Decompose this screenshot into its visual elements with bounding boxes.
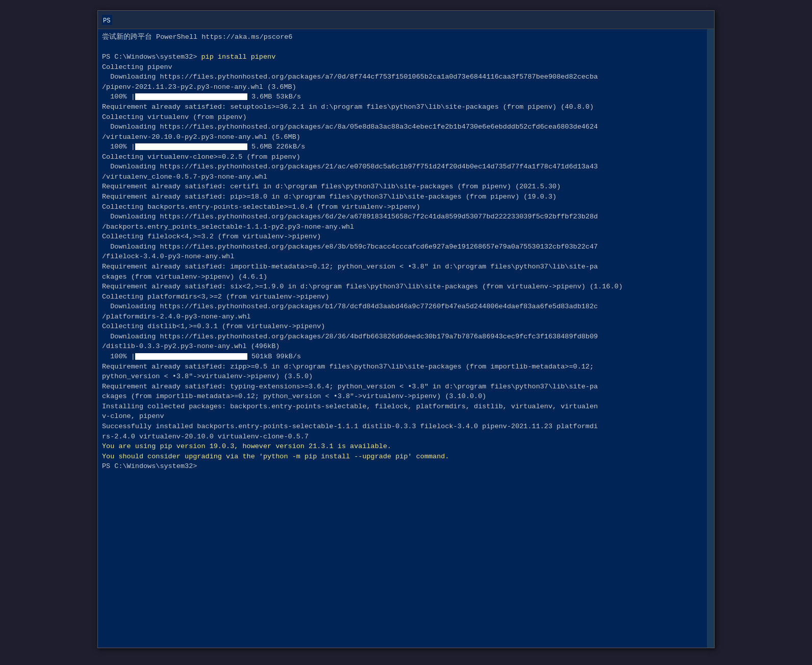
- console-line: Collecting virtualenv-clone>=0.2.5 (from…: [102, 152, 703, 162]
- console-line: Requirement already satisfied: zipp>=0.5…: [102, 362, 703, 372]
- powershell-icon: PS: [102, 15, 112, 25]
- console-line: v-clone, pipenv: [102, 411, 703, 422]
- console-line: python_version < •3.8″->virtualenv->pipe…: [102, 372, 703, 382]
- console-line: /virtualenv_clone-0.5.7-py3-none-any.whl: [102, 172, 703, 182]
- close-button[interactable]: [687, 11, 710, 29]
- console-line: /virtualenv-20.10.0-py2.py3-none-any.whl…: [102, 132, 703, 142]
- title-bar: PS: [98, 11, 714, 29]
- console-line: Collecting filelock<4,>=3.2 (from virtua…: [102, 232, 703, 242]
- console-line: PS C:\Windows\system32> pip install pipe…: [102, 52, 703, 62]
- svg-text:PS: PS: [103, 17, 110, 24]
- console-line: /backports.entry_points_selectable-1.1.1…: [102, 222, 703, 232]
- window-controls: [640, 11, 710, 29]
- console-line: Downloading https://files.pythonhosted.o…: [102, 242, 703, 252]
- console-line: 100% | 5.6MB 226kB/s: [102, 142, 703, 152]
- powershell-window: PS 尝试新的跨平台 PowerShell https://aka.ms/psc…: [97, 10, 715, 648]
- console-line: Downloading https://files.pythonhosted.o…: [102, 72, 703, 82]
- console-line: Downloading https://files.pythonhosted.o…: [102, 302, 703, 312]
- console-line: Downloading https://files.pythonhosted.o…: [102, 212, 703, 222]
- console-line: ckages (from importlib-metadata>=0.12; p…: [102, 391, 703, 402]
- console-line: Collecting virtualenv (from pipenv): [102, 112, 703, 122]
- console-line: Collecting platformdirs<3,>=2 (from virt…: [102, 292, 703, 302]
- console-line: /platformdirs-2.4.0-py3-none-any.whl: [102, 312, 703, 322]
- console-line: ckages (from virtualenv->pipenv) (4.6.1): [102, 272, 703, 282]
- console-line: Requirement already satisfied: typing-ex…: [102, 382, 703, 392]
- scrollbar[interactable]: [707, 29, 714, 648]
- console-line: Successfully installed backports.entry-p…: [102, 422, 703, 432]
- console-line: [102, 42, 703, 53]
- console-line: Requirement already satisfied: pip>=18.0…: [102, 192, 703, 202]
- console-line: rs-2.4.0 virtualenv-20.10.0 virtualenv-c…: [102, 432, 703, 442]
- console-line: Collecting backports.entry-points-select…: [102, 202, 703, 212]
- console-line: /distlib-0.3.3-py2.py3-none-any.whl (496…: [102, 341, 703, 352]
- console-line: /pipenv-2021.11.23-py2.py3-none-any.whl …: [102, 82, 703, 92]
- console-line: PS C:\Windows\system32>: [102, 461, 703, 472]
- console-output[interactable]: 尝试新的跨平台 PowerShell https://aka.ms/pscore…: [98, 29, 707, 648]
- maximize-button[interactable]: [663, 11, 687, 29]
- console-line: You are using pip version 19.0.3, howeve…: [102, 441, 703, 452]
- console-line: Requirement already satisfied: importlib…: [102, 262, 703, 272]
- console-line: Collecting pipenv: [102, 62, 703, 72]
- console-line: Collecting distlib<1,>=0.3.1 (from virtu…: [102, 322, 703, 332]
- console-line: Downloading https://files.pythonhosted.o…: [102, 332, 703, 342]
- console-line: 尝试新的跨平台 PowerShell https://aka.ms/pscore…: [102, 32, 703, 42]
- console-line: You should consider upgrading via the 'p…: [102, 452, 703, 462]
- minimize-button[interactable]: [640, 11, 663, 29]
- console-line: Requirement already satisfied: setuptool…: [102, 102, 703, 112]
- console-line: Installing collected packages: backports…: [102, 402, 703, 412]
- console-line: Downloading https://files.pythonhosted.o…: [102, 162, 703, 172]
- console-line: 100% | 501kB 99kB/s: [102, 352, 703, 362]
- console-line: Requirement already satisfied: certifi i…: [102, 182, 703, 192]
- console-line: Requirement already satisfied: six<2,>=1…: [102, 282, 703, 292]
- console-line: Downloading https://files.pythonhosted.o…: [102, 122, 703, 132]
- console-line: /filelock-3.4.0-py3-none-any.whl: [102, 252, 703, 262]
- console-line: 100% | 3.6MB 53kB/s: [102, 92, 703, 102]
